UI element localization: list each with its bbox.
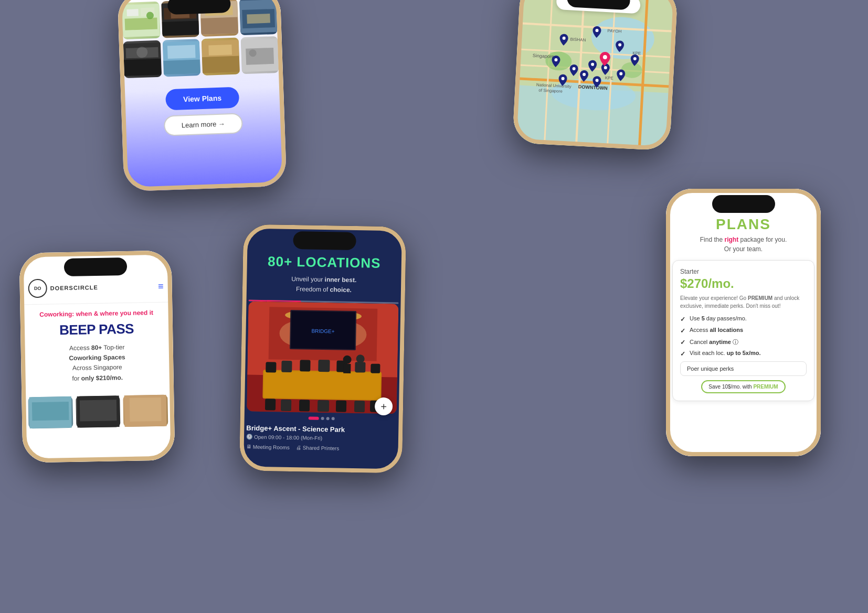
svg-text:KPE: KPE	[605, 76, 613, 81]
svg-rect-23	[202, 56, 240, 73]
notch-4	[293, 231, 356, 250]
view-plans-button[interactable]: View Plans	[165, 87, 239, 111]
feature-access-locations: ✓ Access all locations	[680, 327, 807, 335]
brand-name: DOERSCIRCLE	[50, 284, 98, 292]
phone-map: Singapore BISHAN PAYOH KPE National Univ…	[512, 0, 678, 151]
svg-rect-86	[281, 400, 291, 411]
carousel-dot-1	[309, 417, 319, 420]
svg-text:Singapore: Singapore	[533, 53, 555, 59]
amenity-printers: 🖨 Shared Printers	[296, 445, 340, 451]
svg-rect-89	[336, 401, 346, 412]
svg-rect-26	[246, 48, 274, 65]
bottom-photo-2	[76, 395, 121, 427]
learn-more-button[interactable]: Learn more →	[164, 113, 243, 136]
svg-text:BRIDGE+: BRIDGE+	[311, 328, 335, 335]
clock-icon: 🕐	[246, 434, 252, 440]
svg-rect-88	[317, 400, 329, 412]
photo-cell-5	[123, 40, 162, 78]
svg-rect-78	[266, 362, 276, 372]
svg-text:PAYOH: PAYOH	[607, 28, 621, 34]
svg-rect-10	[200, 17, 238, 35]
feature-cancel-anytime: ✓ Cancel anytime ⓘ	[680, 338, 807, 346]
svg-rect-21	[167, 45, 195, 59]
check-icon-2: ✓	[680, 327, 685, 335]
bottom-photos	[22, 389, 174, 434]
svg-rect-66	[79, 400, 117, 421]
svg-rect-64	[32, 402, 69, 421]
shared-icon: 🖨	[296, 445, 301, 451]
location-image: BRIDGE+	[247, 302, 399, 414]
feature-text-1: Use 5 day passes/mo.	[690, 315, 747, 321]
feature-text-3: Cancel anytime ⓘ	[690, 338, 738, 346]
svg-text:BISHAN: BISHAN	[570, 37, 586, 42]
feature-text-4: Visit each loc. up to 5x/mo.	[690, 350, 761, 356]
logo-container: DO DOERSCIRCLE	[28, 278, 98, 298]
plan-price: $270/mo.	[680, 276, 807, 291]
notch-1	[167, 0, 231, 15]
location-info: Bridge+ Ascent - Science Park 🕐 Open 09:…	[240, 419, 403, 445]
svg-rect-87	[299, 400, 310, 412]
photo-cell-4	[239, 0, 278, 35]
notch-5	[712, 195, 775, 213]
svg-rect-80	[300, 360, 310, 372]
premium-label: PREMIUM	[753, 384, 778, 390]
svg-rect-24	[208, 45, 232, 56]
svg-rect-98	[356, 363, 364, 373]
location-meta: 🕐 Open 09:00 - 18:00 (Mon-Fri)	[246, 434, 396, 443]
phone-plans: PLANS Find the right package for you. Or…	[666, 189, 821, 456]
menu-icon[interactable]: ≡	[158, 281, 164, 292]
svg-rect-77	[263, 371, 380, 400]
open-hours: 🕐 Open 09:00 - 18:00 (Mon-Fri)	[246, 434, 322, 442]
check-icon-1: ✓	[680, 316, 685, 323]
notch-3	[64, 257, 128, 276]
phone-photos: View Plans Learn more →	[117, 0, 287, 191]
svg-rect-16	[124, 59, 162, 76]
plan-description: Elevate your experience! Go PREMIUM and …	[680, 294, 807, 310]
beep-pass-description: Access 80+ Top-tier Coworking Spaces Acr…	[20, 338, 174, 388]
plans-subtitle: Find the right package for you. Or your …	[666, 235, 821, 260]
plan-perks-box: Poer unique perks	[680, 361, 807, 376]
svg-rect-96	[343, 364, 351, 373]
svg-rect-20	[163, 60, 200, 75]
locations-subtitle: Unveil your inner best. Freedom of choic…	[242, 273, 406, 303]
check-icon-3: ✓	[680, 339, 685, 346]
photo-cell-7	[202, 38, 240, 76]
plans-subtitle-right: right	[724, 236, 738, 243]
svg-rect-85	[265, 399, 276, 410]
amenity-meeting: 🖥 Meeting Rooms	[246, 444, 290, 450]
svg-rect-14	[247, 14, 270, 24]
location-amenities: 🖥 Meeting Rooms 🖨 Shared Printers	[240, 442, 403, 455]
svg-rect-68	[130, 397, 162, 422]
photo-cell-6	[162, 39, 200, 77]
svg-rect-6	[162, 21, 199, 36]
printer-icon: 🖥	[246, 444, 251, 450]
premium-badge[interactable]: Save 10$/mo. with PREMIUM	[701, 380, 785, 393]
plan-tier: Starter	[680, 268, 807, 275]
phone-locations: 80+ LOCATIONS Unveil your inner best. Fr…	[239, 224, 406, 473]
phone-beep-pass: DO DOERSCIRCLE ≡ Coworking: when & where…	[19, 250, 175, 463]
svg-rect-81	[318, 360, 330, 372]
photo-cell-8	[240, 36, 279, 74]
svg-rect-90	[354, 401, 365, 412]
svg-rect-1	[125, 18, 157, 30]
bottom-photo-1	[28, 396, 73, 428]
svg-rect-2	[126, 9, 138, 16]
svg-rect-84	[371, 364, 380, 373]
feature-text-2: Access all locations	[690, 327, 743, 333]
photo-cell-1	[122, 2, 160, 39]
beep-pass-title: BEEP PASS	[20, 318, 173, 341]
svg-rect-79	[281, 361, 292, 372]
feature-visit-loc: ✓ Visit each loc. up to 5x/mo.	[680, 350, 807, 358]
check-icon-4: ✓	[680, 350, 685, 358]
plan-card-starter: Starter $270/mo. Elevate your experience…	[672, 260, 814, 401]
feature-day-passes: ✓ Use 5 day passes/mo.	[680, 315, 807, 323]
save-label: Save 10$/mo. with	[708, 384, 753, 390]
bottom-photo-3	[123, 394, 168, 426]
location-name: Bridge+ Ascent - Science Park	[246, 424, 396, 435]
logo-icon: DO	[28, 279, 47, 298]
